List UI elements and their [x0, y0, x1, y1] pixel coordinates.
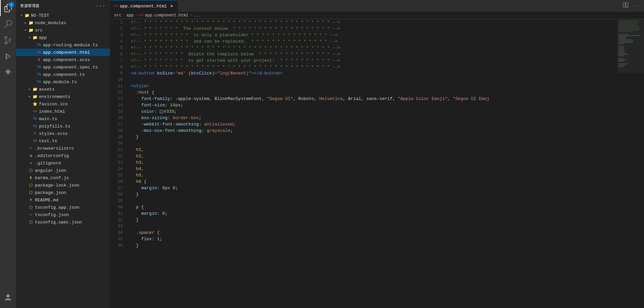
- ts-icon: TS: [32, 123, 38, 129]
- activity-bar-top: 1: [0, 0, 16, 81]
- gear-icon: ⚙: [28, 153, 34, 158]
- line-num: 3: [110, 32, 123, 38]
- code-line: .spacer {: [131, 229, 617, 236]
- sidebar-item-app-routing[interactable]: TS app-routing.module.ts: [16, 41, 110, 49]
- sidebar-actions: ···: [95, 2, 106, 10]
- line-num: 35: [110, 236, 123, 242]
- activity-search[interactable]: [0, 16, 16, 32]
- json-icon: {}: [28, 219, 34, 225]
- code-line: :host {: [131, 89, 617, 96]
- line-num: 36: [110, 242, 123, 249]
- sidebar-item-node_modules[interactable]: 📁 node_modules: [16, 19, 110, 27]
- tree-item-label: app-routing.module.ts: [43, 43, 110, 48]
- sidebar-item-tsconfig-spec[interactable]: {} tsconfig.spec.json: [16, 218, 110, 226]
- sidebar-item-tsconfig-json[interactable]: ⊡ tsconfig.json: [16, 211, 110, 218]
- source-control-icon: [4, 36, 12, 44]
- line-num: 11: [110, 83, 123, 89]
- sidebar-more-btn[interactable]: ···: [95, 2, 106, 10]
- git-icon: ◆: [28, 160, 34, 166]
- sidebar-item-assets[interactable]: 📁 assets: [16, 86, 110, 93]
- sidebar-item-favicon[interactable]: ⭐ favicon.ico: [16, 100, 110, 108]
- ts-icon: TS: [36, 42, 42, 48]
- tab-close-btn[interactable]: ●: [169, 3, 174, 9]
- sidebar-item-editorconfig[interactable]: ⚙ .editorconfig: [16, 152, 110, 159]
- tree-item-label: styles.scss: [39, 131, 110, 136]
- sidebar-item-package-lock[interactable]: {} package-lock.json: [16, 182, 110, 189]
- sidebar-item-src[interactable]: 📁 src: [16, 27, 110, 34]
- sidebar-item-readme[interactable]: M README.md: [16, 196, 110, 204]
- code-line: font-size: 14px;: [131, 102, 617, 108]
- sidebar-item-polyfills[interactable]: TS polyfills.ts: [16, 122, 110, 130]
- sidebar-item-app-component-ts[interactable]: TS app.component.ts: [16, 71, 110, 78]
- breadcrumb-file[interactable]: app.component.html: [145, 13, 189, 18]
- code-line: <!-- * * * * * * * * * is only a placeho…: [131, 32, 617, 38]
- line-numbers: 1 2 3 4 5 6 7 8 9 10 11 12 13 14 15 16 1…: [110, 19, 127, 308]
- code-line: -webkit-font-smoothing: antialiased;: [131, 121, 617, 127]
- chevron-icon: [27, 35, 32, 40]
- code-line: }: [131, 217, 617, 223]
- sidebar-item-main-ts[interactable]: TS main.ts: [16, 115, 110, 122]
- sidebar-item-styles-scss[interactable]: ? styles.scss: [16, 130, 110, 137]
- chevron-icon: [23, 28, 28, 33]
- breadcrumb-html-icon: <>: [139, 13, 144, 18]
- tree-item-label: src: [35, 28, 110, 33]
- line-num: 14: [110, 102, 123, 108]
- sidebar-item-environments[interactable]: 📁 environments: [16, 93, 110, 100]
- breadcrumb-src[interactable]: src: [114, 13, 121, 18]
- line-num: 20: [110, 140, 123, 147]
- sidebar-item-karma-conf[interactable]: K karma.conf.js: [16, 174, 110, 182]
- tree-item-label: tsconfig.app.json: [35, 205, 110, 210]
- tree-item-label: .browserslistrc: [35, 146, 110, 151]
- tree-item-label: node_modules: [35, 20, 110, 25]
- sidebar-item-app-module[interactable]: TS app.module.ts: [16, 78, 110, 86]
- sidebar-title: 资源管理器: [20, 3, 40, 8]
- line-num: 22: [110, 153, 123, 159]
- activity-extensions[interactable]: [0, 64, 16, 81]
- ts-config-icon: ⊡: [28, 212, 34, 217]
- svg-rect-34: [617, 19, 644, 73]
- tree-item-label: app.module.ts: [43, 80, 110, 85]
- ico-icon: ⭐: [32, 101, 38, 107]
- line-num: 29: [110, 198, 123, 204]
- activity-bar-bottom: [0, 289, 16, 308]
- folder-icon: 📁: [32, 94, 38, 99]
- line-num: 7: [110, 57, 123, 64]
- code-line: flex: 1;: [131, 236, 617, 242]
- breadcrumb-more[interactable]: ...: [194, 13, 201, 18]
- sidebar-item-app-component-spec[interactable]: TS app.component.spec.ts: [16, 63, 110, 71]
- sidebar-item-app[interactable]: 📁 app: [16, 34, 110, 41]
- sidebar-item-tsconfig-app[interactable]: {} tsconfig.app.json: [16, 204, 110, 211]
- tree-root[interactable]: 📁 NG-TEST: [16, 12, 110, 19]
- line-num: 8: [110, 64, 123, 70]
- ts-icon: TS: [32, 138, 38, 144]
- sidebar-item-gitignore[interactable]: ◆ .gitignore: [16, 159, 110, 167]
- json-icon: {}: [28, 183, 34, 188]
- sidebar-item-angular-json[interactable]: {} angular.json: [16, 167, 110, 174]
- scss-icon: S: [36, 57, 42, 62]
- sidebar-item-app-component-scss[interactable]: S app.component.scss: [16, 56, 110, 63]
- tree-item-label: index.html: [39, 109, 110, 114]
- activity-account[interactable]: [0, 289, 16, 305]
- editor-area: <> app.component.html ● ··· src › app › …: [110, 0, 644, 308]
- tree-item-label: .gitignore: [35, 161, 110, 166]
- sidebar-item-index-html[interactable]: <> index.html: [16, 108, 110, 115]
- code-content[interactable]: <!-- * * * * * * * * * * * * * * * * * *…: [127, 19, 617, 308]
- code-line: color: #333;: [131, 108, 617, 115]
- activity-source-control[interactable]: [0, 32, 16, 48]
- split-editor-btn[interactable]: [620, 2, 631, 9]
- activity-run[interactable]: [0, 48, 16, 64]
- line-num: 18: [110, 127, 123, 134]
- sidebar-item-browserslistrc[interactable]: ≡ .browserslistrc: [16, 145, 110, 152]
- breadcrumb-app[interactable]: app: [126, 13, 134, 18]
- tab-app-component-html[interactable]: <> app.component.html ●: [110, 0, 178, 12]
- tab-more-btn[interactable]: ···: [631, 3, 644, 8]
- sidebar-item-test-ts[interactable]: TS test.ts: [16, 137, 110, 145]
- line-num: 31: [110, 210, 123, 217]
- extensions-icon: [4, 68, 12, 76]
- activity-files[interactable]: 1: [0, 0, 16, 16]
- line-num: 27: [110, 185, 123, 191]
- sidebar-item-package-json[interactable]: {} package.json: [16, 189, 110, 196]
- sidebar-item-app-component-html[interactable]: <> app.component.html: [16, 49, 110, 56]
- line-num: 12: [110, 89, 123, 96]
- tree-item-label: app.component.spec.ts: [43, 65, 110, 70]
